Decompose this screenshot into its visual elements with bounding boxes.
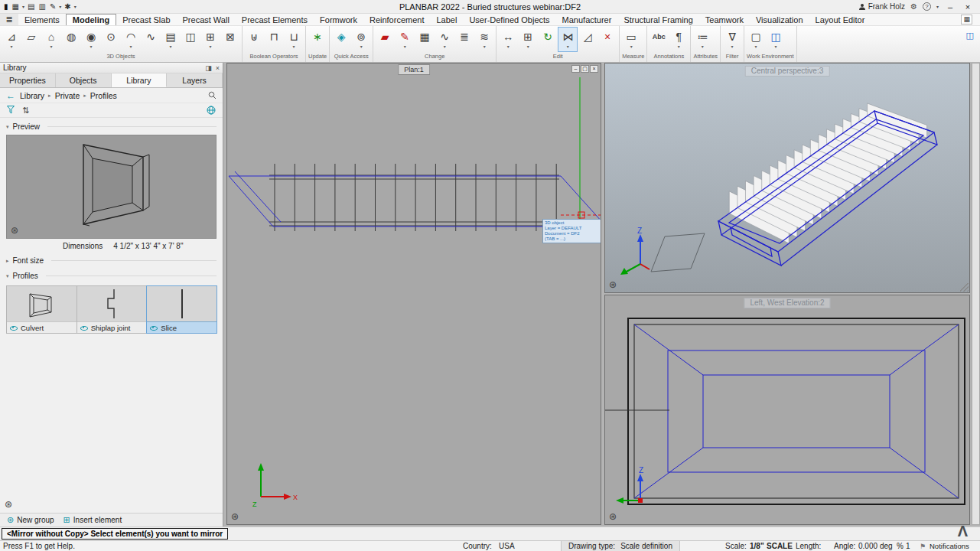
solid-3d-icon[interactable]: ▱ — [21, 27, 41, 52]
back-arrow-icon[interactable]: ← — [6, 90, 15, 101]
extrude-icon[interactable]: ⊿▾ — [2, 27, 21, 52]
visibility-eye-icon[interactable] — [150, 324, 158, 331]
dropdown-caret-icon[interactable]: ▾ — [360, 44, 363, 50]
dropdown-caret-icon[interactable]: ▾ — [292, 44, 295, 50]
library-tab-library[interactable]: Library — [112, 73, 168, 87]
menu-tab-structural-framing[interactable]: Structural Framing — [617, 14, 698, 25]
status-drawing-type[interactable]: Drawing type: Scale definition — [561, 541, 680, 551]
menu-tab-precast-slab[interactable]: Precast Slab — [116, 14, 176, 25]
slab-icon[interactable]: ▤▾ — [161, 27, 181, 52]
section-header-font-size[interactable]: ▸ Font size — [0, 252, 223, 267]
measure-icon[interactable]: ▭▾ — [621, 27, 641, 52]
profile-item-shiplap-joint[interactable]: Shiplap joint — [77, 285, 148, 334]
library-tab-layers[interactable]: Layers — [167, 73, 223, 87]
viewport-minimize-button[interactable]: – — [571, 65, 580, 73]
elevation-compass-icon[interactable]: ⊛ — [609, 511, 617, 522]
section-header-profiles[interactable]: ▾ Profiles — [0, 267, 223, 282]
workspace-scroll-strip[interactable] — [972, 63, 980, 525]
menu-tab-elements[interactable]: Elements — [18, 14, 66, 25]
sort-icon[interactable]: ⇅ — [22, 106, 29, 116]
notification-flag-icon[interactable]: ⚑ — [920, 543, 926, 550]
visibility-eye-icon[interactable] — [10, 324, 18, 331]
quick-edit-icon[interactable]: ⊚▾ — [351, 27, 371, 52]
circle-icon[interactable]: ◉▾ — [81, 27, 101, 52]
library-panel-titlebar[interactable]: Library ◨ × — [0, 63, 223, 73]
viewport-close-button[interactable]: × — [590, 65, 598, 73]
menu-tab-user-defined-objects[interactable]: User-Defined Objects — [463, 14, 555, 25]
library-tab-properties[interactable]: Properties — [0, 73, 56, 87]
dropdown-caret-icon[interactable]: ▾ — [74, 4, 77, 9]
viewport-plan[interactable]: X Z Plan:1 – ▢ × 3D objectLayer = DEFAUL… — [226, 63, 601, 525]
move-icon[interactable]: ↔▾ — [498, 27, 518, 52]
rotate-icon[interactable]: ↻ — [538, 27, 558, 52]
box-icon[interactable]: ⊞▾ — [200, 27, 220, 52]
help-icon[interactable]: ? — [923, 2, 931, 11]
drawing-type-value[interactable]: Scale definition — [620, 542, 672, 550]
filter-icon[interactable]: ∇▾ — [722, 27, 742, 52]
minimize-button[interactable]: – — [944, 2, 956, 11]
modify-pattern-icon[interactable]: ▦ — [415, 27, 435, 52]
dropdown-caret-icon[interactable]: ▾ — [678, 44, 680, 50]
arc-icon[interactable]: ◠▾ — [121, 27, 141, 52]
status-scale-value[interactable]: 1/8" — [750, 542, 764, 550]
subtract-icon[interactable]: ⊓ — [264, 27, 284, 52]
surface-3d-icon[interactable]: ⌂▾ — [41, 27, 61, 52]
menu-tab-layout-editor[interactable]: Layout Editor — [809, 14, 871, 25]
dropdown-caret-icon[interactable]: ▾ — [90, 44, 92, 50]
status-notifications[interactable]: Notifications — [930, 542, 969, 550]
menu-tab-manufacturer[interactable]: Manufacturer — [556, 14, 618, 25]
attributes-icon[interactable]: ≔▾ — [692, 27, 712, 52]
dropdown-caret-icon[interactable]: ▾ — [731, 44, 734, 50]
point-icon[interactable]: ⊙ — [101, 27, 121, 52]
sphere-icon[interactable]: ◍ — [61, 27, 81, 52]
menu-tab-precast-elements[interactable]: Precast Elements — [236, 14, 314, 25]
dropdown-caret-icon[interactable]: ▾ — [775, 44, 777, 50]
search-icon[interactable] — [208, 91, 217, 99]
modules-grid-icon[interactable]: ▦ — [11, 1, 20, 13]
layout-icon[interactable]: ▥ — [37, 1, 46, 13]
dropdown-caret-icon[interactable]: ▾ — [209, 44, 211, 50]
insert-element-button[interactable]: ⊞ Insert element — [60, 514, 126, 527]
wall-icon[interactable]: ◫ — [181, 27, 200, 52]
viewport-tab-elevation[interactable]: Left, West Elevation:2 — [744, 298, 830, 308]
spline-icon[interactable]: ∿ — [141, 27, 161, 52]
distribute-icon[interactable]: ≋▾ — [474, 27, 494, 52]
dropdown-caret-icon[interactable]: ▾ — [527, 44, 529, 50]
documents-icon[interactable]: ▤ — [27, 1, 35, 13]
status-country-value[interactable]: USA — [499, 542, 515, 550]
new-group-button[interactable]: ⊛ New group — [3, 514, 58, 527]
mirror-icon[interactable]: ⋈▾ — [558, 27, 578, 52]
dropdown-caret-icon[interactable]: ▾ — [10, 44, 12, 50]
breadcrumb-item-private[interactable]: Private — [55, 91, 80, 100]
viewport-resize-grip[interactable] — [960, 283, 969, 292]
menu-tab-visualization[interactable]: Visualization — [750, 14, 809, 25]
filter-funnel-icon[interactable] — [7, 103, 15, 117]
settings-gear-icon[interactable]: ⚙ — [910, 2, 917, 11]
mesh-icon[interactable]: ⊠ — [220, 27, 240, 52]
command-prompt[interactable]: <Mirror without Copy> Select element(s) … — [2, 528, 228, 540]
viewport-elevation[interactable]: Z Left, West Elevation:2 ⊛ — [604, 295, 970, 525]
profile-item-slice[interactable]: Slice — [146, 285, 217, 334]
menu-icon[interactable]: ≣ — [0, 14, 18, 25]
menu-tab-formwork[interactable]: Formwork — [314, 14, 363, 25]
viewport-tab-plan[interactable]: Plan:1 — [398, 64, 430, 75]
globe-icon[interactable] — [207, 106, 216, 115]
viewport-perspective[interactable]: Z Central perspective:3 ⊛ — [604, 63, 970, 293]
menu-tab-teamwork[interactable]: Teamwork — [699, 14, 750, 25]
breadcrumb-item-profiles[interactable]: Profiles — [90, 91, 117, 100]
viewport-maximize-button[interactable]: ▢ — [581, 65, 589, 73]
quick-select-icon[interactable]: ◈ — [331, 27, 351, 52]
dropdown-caret-icon[interactable]: ▾ — [755, 44, 757, 50]
adjust-curve-icon[interactable]: ∿▾ — [435, 27, 454, 52]
perspective-compass-icon[interactable]: ⊛ — [609, 279, 617, 290]
dropdown-caret-icon[interactable]: ▾ — [444, 44, 446, 50]
monitor-icon[interactable]: ▢▾ — [746, 27, 766, 52]
user-menu[interactable]: Frank Holz — [858, 2, 905, 11]
scale-icon[interactable]: ◿ — [578, 27, 597, 52]
help-caret-icon[interactable]: ▾ — [936, 4, 939, 9]
dropdown-caret-icon[interactable]: ▾ — [630, 44, 633, 50]
panel-close-icon[interactable]: × — [216, 64, 220, 72]
section-header-preview[interactable]: ▾ Preview — [0, 118, 223, 133]
redline-icon[interactable]: ▰ — [375, 27, 395, 52]
dropdown-caret-icon[interactable]: ▾ — [22, 4, 24, 9]
